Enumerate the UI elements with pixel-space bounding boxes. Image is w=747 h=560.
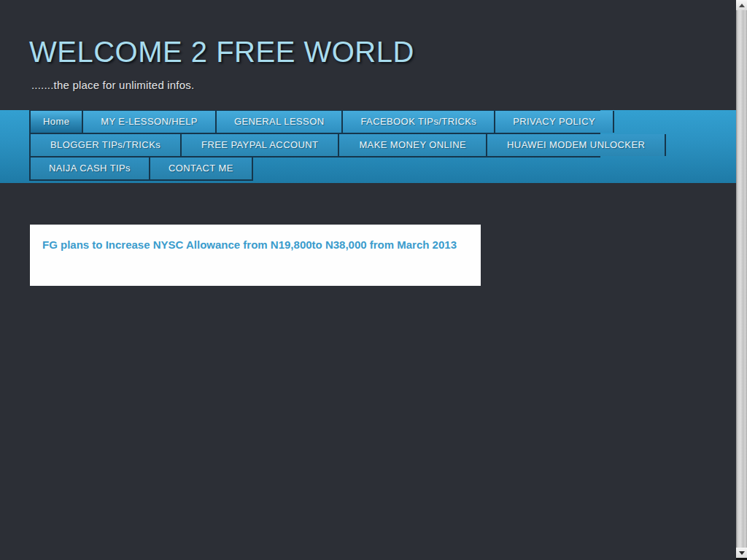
nav-tab-free-paypal-account[interactable]: FREE PAYPAL ACCOUNT: [180, 134, 338, 156]
nav-tab-home[interactable]: Home: [29, 111, 82, 133]
main-content: FG plans to Increase NYSC Allowance from…: [0, 225, 736, 286]
nav-row-2: BLOGGER TIPs/TRICKs FREE PAYPAL ACCOUNT …: [29, 134, 600, 158]
nav-row-3: NAIJA CASH TIPs CONTACT ME: [29, 158, 253, 181]
nav-tab-general-lesson[interactable]: GENERAL LESSON: [215, 111, 342, 133]
nav-tab-contact-me[interactable]: CONTACT ME: [149, 158, 253, 179]
site-title: WELCOME 2 FREE WORLD: [29, 36, 736, 67]
nav-tab-make-money-online[interactable]: MAKE MONEY ONLINE: [338, 134, 486, 156]
nav-tab-facebook-tips-tricks[interactable]: FACEBOOK TIPs/TRICKs: [341, 111, 494, 133]
post-card: FG plans to Increase NYSC Allowance from…: [30, 225, 481, 286]
blog-page: WELCOME 2 FREE WORLD .......the place fo…: [0, 0, 736, 560]
nav-tab-my-e-lesson-help[interactable]: MY E-LESSON/HELP: [82, 111, 215, 133]
post-title-link[interactable]: FG plans to Increase NYSC Allowance from…: [42, 237, 465, 252]
nav-tab-huawei-modem-unlocker[interactable]: HUAWEI MODEM UNLOCKER: [486, 134, 666, 156]
site-header: WELCOME 2 FREE WORLD .......the place fo…: [0, 0, 736, 91]
scroll-down-arrow-icon: [739, 551, 745, 555]
nav-tab-naija-cash-tips[interactable]: NAIJA CASH TIPs: [29, 158, 149, 179]
scrollbar-track[interactable]: [736, 10, 747, 548]
nav-row-1: Home MY E-LESSON/HELP GENERAL LESSON FAC…: [29, 110, 600, 134]
scroll-down-button[interactable]: [736, 548, 747, 558]
nav-tab-privacy-policy[interactable]: PRIVACY POLICY: [494, 111, 614, 133]
vertical-scrollbar[interactable]: [736, 0, 747, 560]
nav-tab-blogger-tips-tricks[interactable]: BLOGGER TIPs/TRICKs: [29, 134, 180, 156]
main-navigation: Home MY E-LESSON/HELP GENERAL LESSON FAC…: [0, 110, 736, 183]
site-subtitle: .......the place for unlimited infos.: [31, 79, 736, 91]
scroll-up-button[interactable]: [736, 0, 747, 10]
nav-tab-strip: Home MY E-LESSON/HELP GENERAL LESSON FAC…: [29, 110, 736, 181]
scroll-up-arrow-icon: [739, 4, 745, 7]
